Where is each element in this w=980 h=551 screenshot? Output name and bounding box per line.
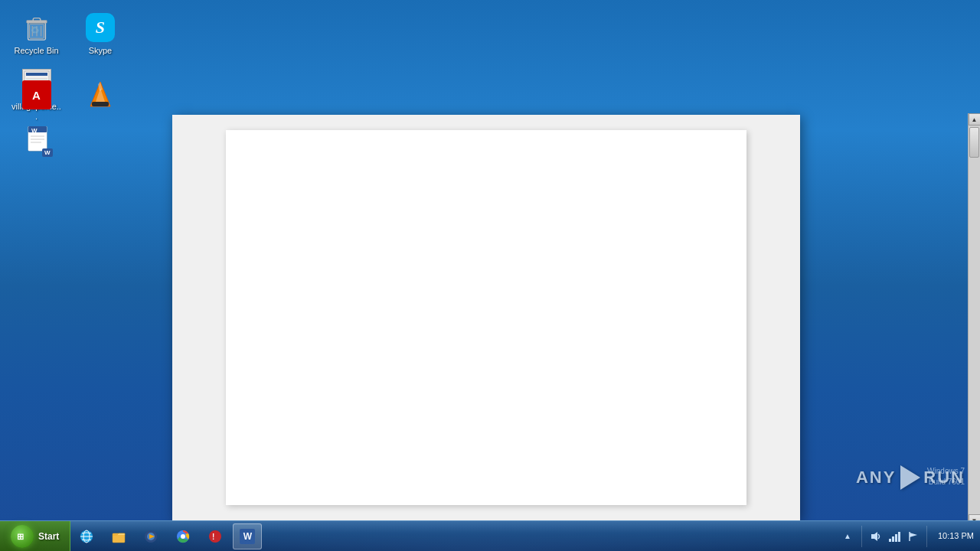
media-player-icon [143, 529, 158, 544]
desktop-icon-vlc[interactable] [71, 75, 129, 118]
desktop: ♻ Recycle Bin S Skype [0, 0, 980, 520]
word-taskbar-icon: W [240, 529, 255, 544]
taskbar-item-antivirus[interactable]: ! [201, 523, 230, 549]
win-build-line2: Build 7601 [927, 477, 965, 487]
word-document-content[interactable] [172, 115, 800, 520]
start-label: Start [38, 531, 59, 542]
anyrun-play-icon [900, 465, 920, 490]
svg-marker-43 [910, 533, 917, 537]
antivirus-icon: ! [207, 529, 223, 544]
win-build-line1: Windows 7 [927, 466, 965, 477]
scrollbar-track[interactable] [969, 126, 981, 514]
recycle-bin-label: Recycle Bin [14, 46, 58, 56]
tray-volume-icon[interactable] [868, 529, 884, 544]
desktop-icons-row2: A [0, 67, 168, 171]
explorer-icon [111, 529, 126, 544]
vlc-icon [85, 80, 116, 110]
start-button[interactable]: ⊞ Start [0, 521, 70, 552]
desktop-icon-skype[interactable]: S Skype [71, 8, 129, 60]
start-orb: ⊞ [11, 525, 34, 548]
system-tray: ▲ [832, 521, 980, 552]
taskbar-item-media[interactable] [136, 523, 165, 549]
windows-build-info: Windows 7 Build 7601 [927, 466, 965, 487]
taskbar-item-word[interactable]: W [233, 523, 262, 549]
anyrun-text: ANY [856, 468, 896, 487]
svg-text:!: ! [212, 533, 214, 541]
recycle-bin-icon: ♻ [21, 12, 52, 43]
tray-separator [861, 526, 862, 547]
desktop-icon-word-doc[interactable]: W W [8, 121, 65, 164]
taskbar: ⊞ Start [0, 520, 980, 551]
taskbar-item-chrome[interactable] [168, 523, 198, 549]
clock-time: 10:13 PM [938, 530, 974, 541]
taskbar-item-explorer[interactable] [104, 523, 133, 549]
svg-text:♻: ♻ [31, 24, 40, 36]
svg-rect-39 [892, 536, 894, 542]
skype-label: Skype [89, 46, 113, 56]
svg-rect-41 [898, 532, 900, 542]
tray-network-icon[interactable] [887, 529, 902, 544]
svg-text:⊞: ⊞ [17, 532, 24, 541]
word-window [172, 115, 800, 520]
desktop-icon-recycle-bin[interactable]: ♻ Recycle Bin [8, 8, 65, 60]
skype-icon: S [85, 12, 116, 43]
svg-point-35 [209, 530, 221, 543]
scrollbar-up-button[interactable]: ▲ [969, 113, 981, 126]
scrollbar-thumb[interactable] [969, 127, 979, 158]
svg-text:W: W [31, 127, 38, 134]
tray-flag-icon[interactable] [905, 529, 920, 544]
svg-rect-3 [33, 18, 41, 22]
word-doc-icon: W W [21, 126, 52, 156]
desktop-icon-adobe[interactable]: A [8, 75, 65, 118]
system-clock[interactable]: 10:13 PM [938, 530, 974, 541]
tray-separator-2 [926, 526, 927, 547]
chrome-icon [175, 529, 191, 544]
svg-rect-40 [895, 534, 897, 542]
svg-rect-38 [889, 539, 891, 542]
right-scrollbar[interactable]: ▲ ▼ [968, 113, 980, 527]
svg-marker-37 [871, 532, 877, 541]
svg-rect-15 [92, 102, 109, 106]
adobe-icon: A [21, 80, 52, 110]
ie-icon [79, 529, 94, 544]
svg-point-34 [181, 534, 185, 539]
word-document-page[interactable] [226, 130, 746, 505]
tray-arrow-icon[interactable]: ▲ [840, 529, 855, 544]
taskbar-item-ie[interactable] [72, 523, 101, 549]
